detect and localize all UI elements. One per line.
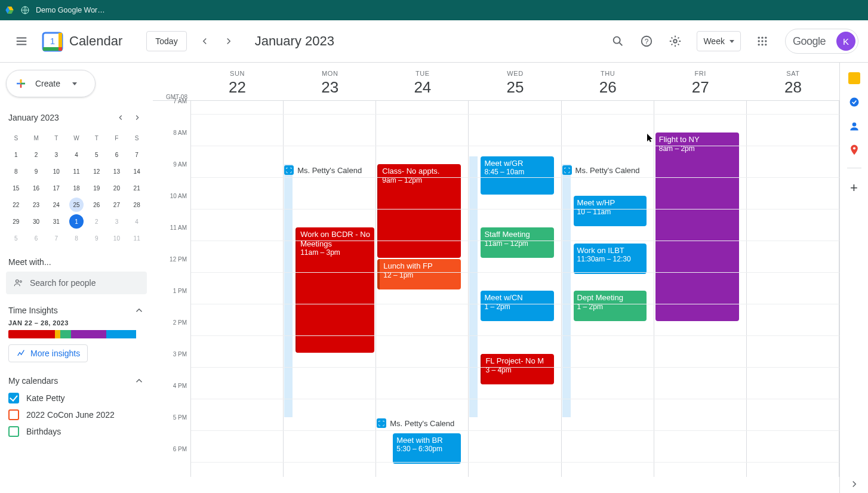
- mini-day[interactable]: 31: [46, 213, 66, 230]
- day-column[interactable]: ⛶Ms. Petty's CalendWork on BCDR - No Mee…: [284, 101, 376, 477]
- mini-day[interactable]: 3: [107, 213, 127, 230]
- mini-day[interactable]: 25: [66, 196, 87, 213]
- mini-day[interactable]: 30: [26, 213, 47, 230]
- search-button[interactable]: [606, 29, 630, 53]
- mini-day[interactable]: 9: [26, 163, 47, 180]
- people-search-input[interactable]: Search for people: [6, 272, 147, 294]
- calendar-checkbox[interactable]: [8, 426, 19, 437]
- mini-prev-month[interactable]: [113, 110, 128, 125]
- day-column[interactable]: ⛶Ms. Petty's CalendClass- No appts.9am –…: [376, 101, 469, 477]
- view-selector[interactable]: Week: [697, 31, 741, 51]
- day-header[interactable]: TUE24: [376, 63, 469, 100]
- account-switcher[interactable]: Google K: [785, 29, 858, 54]
- maps-icon[interactable]: [848, 144, 860, 156]
- mini-day[interactable]: 4: [127, 213, 147, 230]
- calendar-event[interactable]: Staff Meeting11am – 12pm: [481, 227, 553, 258]
- day-header[interactable]: WED25: [469, 63, 561, 100]
- mini-day[interactable]: 22: [6, 196, 26, 213]
- mini-day[interactable]: 14: [127, 163, 147, 180]
- mini-day[interactable]: 15: [6, 180, 26, 196]
- settings-button[interactable]: [663, 29, 687, 53]
- mini-day[interactable]: 27: [107, 196, 127, 213]
- external-calendar-chip[interactable]: ⛶Ms. Petty's Calend: [562, 165, 653, 175]
- mini-day[interactable]: 1: [6, 146, 26, 163]
- external-calendar-chip[interactable]: ⛶Ms. Petty's Calend: [284, 165, 375, 175]
- mini-day[interactable]: 1: [66, 213, 87, 230]
- calendar-checkbox[interactable]: [8, 393, 19, 403]
- calendar-event[interactable]: Flight to NY8am – 2pm: [655, 133, 739, 321]
- mini-day[interactable]: 7: [127, 146, 147, 163]
- mini-day[interactable]: 18: [66, 180, 87, 196]
- prev-week-button[interactable]: [195, 32, 214, 51]
- calendar-event[interactable]: Meet w/CN1 – 2pm: [481, 291, 553, 321]
- main-menu-button[interactable]: [10, 29, 33, 53]
- mini-day[interactable]: 6: [107, 146, 127, 163]
- mini-day[interactable]: 12: [87, 163, 107, 180]
- help-button[interactable]: ?: [635, 29, 658, 53]
- mini-day[interactable]: 8: [66, 230, 87, 246]
- today-button[interactable]: Today: [146, 31, 186, 51]
- day-header[interactable]: SUN22: [191, 63, 284, 100]
- day-column[interactable]: [191, 101, 284, 477]
- mini-day[interactable]: 11: [127, 230, 147, 246]
- mini-day[interactable]: 28: [127, 196, 147, 213]
- mini-day[interactable]: 19: [87, 180, 107, 196]
- user-avatar[interactable]: K: [836, 32, 855, 51]
- mini-day[interactable]: 3: [46, 146, 66, 163]
- google-apps-button[interactable]: [750, 29, 774, 53]
- day-column[interactable]: Meet w/GR8:45 – 10amStaff Meeting11am – …: [469, 101, 561, 477]
- day-header[interactable]: SAT28: [747, 63, 839, 100]
- time-insights-header[interactable]: Time Insights: [8, 305, 144, 316]
- keep-icon[interactable]: [848, 72, 860, 84]
- calendar-checkbox[interactable]: [8, 409, 19, 420]
- contacts-icon[interactable]: [848, 120, 860, 132]
- mini-day[interactable]: 10: [107, 230, 127, 246]
- day-header[interactable]: FRI27: [654, 63, 747, 100]
- create-button[interactable]: Create: [6, 70, 96, 97]
- calendar-event[interactable]: Work on ILBT11:30am – 12:30: [574, 244, 647, 274]
- my-calendars-header[interactable]: My calendars: [8, 375, 144, 386]
- mini-day[interactable]: 4: [66, 146, 87, 163]
- mini-day[interactable]: 2: [87, 213, 107, 230]
- calendar-event[interactable]: Class- No appts.9am – 12pm: [377, 164, 461, 258]
- calendar-row[interactable]: Kate Petty: [6, 390, 147, 406]
- external-calendar-chip[interactable]: ⛶Ms. Petty's Calend: [377, 418, 467, 428]
- mini-day[interactable]: 29: [6, 213, 26, 230]
- add-addon-button[interactable]: +: [850, 180, 858, 196]
- calendar-event[interactable]: Work on BCDR - No Meetings11am – 3pm: [296, 227, 374, 353]
- mini-day[interactable]: 5: [6, 230, 26, 246]
- calendar-event[interactable]: Meet with BR5:30 – 6:30pm: [393, 433, 461, 464]
- calendar-event[interactable]: Dept Meeting1 – 2pm: [574, 291, 647, 321]
- day-column[interactable]: [747, 101, 839, 477]
- day-column[interactable]: ⛶Ms. Petty's CalendMeet w/HP10 – 11amWor…: [562, 101, 654, 477]
- more-insights-button[interactable]: More insights: [8, 344, 88, 362]
- mini-day[interactable]: 11: [66, 163, 87, 180]
- calendar-event[interactable]: Lunch with FP12 – 1pm: [377, 259, 461, 289]
- mini-day[interactable]: 2: [26, 146, 47, 163]
- mini-day[interactable]: 23: [26, 196, 47, 213]
- mini-day[interactable]: 8: [6, 163, 26, 180]
- mini-next-month[interactable]: [130, 110, 144, 125]
- mini-day[interactable]: 9: [87, 230, 107, 246]
- mini-day[interactable]: 5: [87, 146, 107, 163]
- mini-day[interactable]: 26: [87, 196, 107, 213]
- mini-day[interactable]: 17: [46, 180, 66, 196]
- mini-day[interactable]: 21: [127, 180, 147, 196]
- day-column[interactable]: Flight to NY8am – 2pm: [654, 101, 747, 477]
- mini-day[interactable]: 24: [46, 196, 66, 213]
- calendar-row[interactable]: 2022 CoCon June 2022: [6, 406, 147, 423]
- day-header[interactable]: THU26: [562, 63, 654, 100]
- mini-day[interactable]: 10: [46, 163, 66, 180]
- calendar-event[interactable]: Meet w/HP10 – 11am: [574, 196, 647, 226]
- app-logo[interactable]: 1 Calendar: [41, 29, 141, 53]
- mini-day[interactable]: 6: [26, 230, 47, 246]
- hide-panel-button[interactable]: [849, 479, 860, 489]
- mini-day[interactable]: 7: [46, 230, 66, 246]
- calendar-event[interactable]: Meet w/GR8:45 – 10am: [481, 156, 553, 195]
- next-week-button[interactable]: [219, 32, 238, 51]
- mini-day[interactable]: 13: [107, 163, 127, 180]
- mini-day[interactable]: 20: [107, 180, 127, 196]
- calendar-event[interactable]: FL Project- No M3 – 4pm: [481, 354, 553, 384]
- day-header[interactable]: MON23: [284, 63, 376, 100]
- calendar-row[interactable]: Birthdays: [6, 423, 147, 440]
